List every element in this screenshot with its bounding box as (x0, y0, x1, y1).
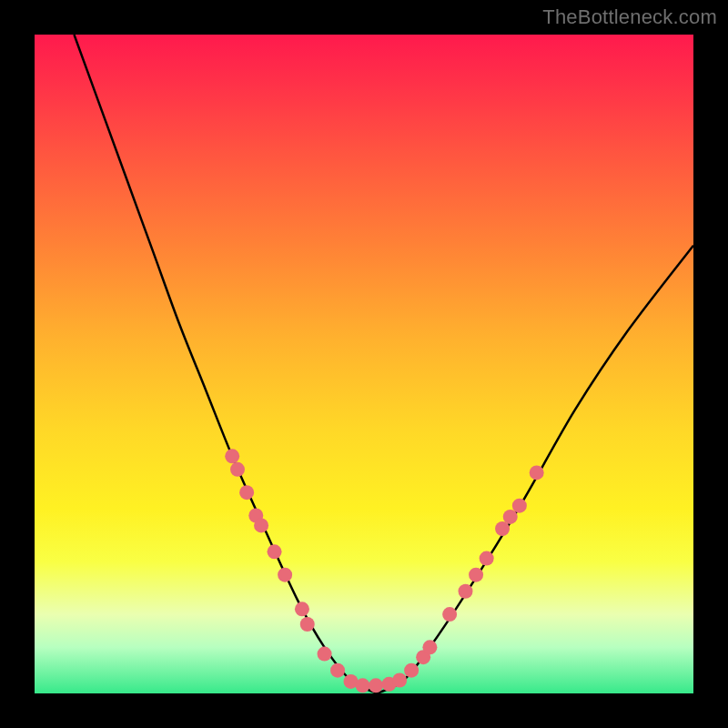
data-dot (404, 663, 419, 678)
data-dot (278, 568, 292, 582)
data-dot (356, 678, 370, 693)
data-dot (503, 510, 518, 524)
data-dot (369, 678, 383, 693)
data-dot (392, 673, 407, 688)
data-dot (480, 551, 494, 566)
dots-layer (225, 449, 543, 693)
data-dot (530, 465, 544, 480)
data-dot (495, 521, 510, 536)
data-dot (458, 584, 472, 599)
data-dot (318, 647, 332, 662)
data-dot (512, 499, 527, 513)
data-dot (239, 485, 254, 500)
data-dot (422, 640, 437, 654)
chart-svg (35, 35, 693, 693)
plot-area (35, 35, 693, 693)
data-dot (442, 607, 457, 622)
data-dot (230, 462, 245, 477)
data-dot (254, 518, 268, 532)
data-dot (300, 617, 315, 632)
data-dot (295, 602, 309, 616)
left-curve (74, 35, 377, 693)
data-dot (330, 663, 345, 678)
chart-frame: TheBottleneck.com (0, 0, 728, 728)
data-dot (268, 544, 282, 559)
data-dot (225, 449, 239, 463)
data-dot (469, 568, 483, 582)
watermark-text: TheBottleneck.com (542, 5, 717, 29)
